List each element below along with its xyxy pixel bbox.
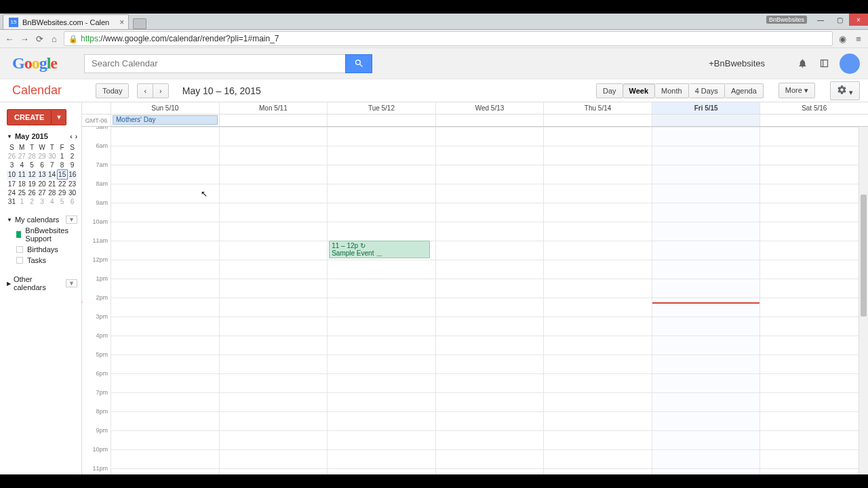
view-day[interactable]: Day: [596, 83, 623, 98]
url-input[interactable]: 🔒 https ://www.google.com/calendar/rende…: [64, 31, 833, 46]
allday-cell[interactable]: [219, 115, 328, 126]
window-minimize[interactable]: —: [811, 14, 830, 26]
more-button[interactable]: More ▾: [778, 83, 815, 98]
day-column[interactable]: [435, 127, 544, 474]
mini-cal-day[interactable]: 23: [67, 180, 77, 189]
home-icon[interactable]: ⌂: [49, 33, 60, 44]
close-icon[interactable]: ×: [119, 18, 124, 27]
mini-cal-day[interactable]: 27: [17, 152, 27, 161]
day-header[interactable]: Tue 5/12: [327, 102, 435, 114]
today-button[interactable]: Today: [96, 83, 129, 98]
view-week[interactable]: Week: [623, 83, 656, 98]
window-maximize[interactable]: ▢: [830, 14, 849, 26]
view-4days[interactable]: 4 Days: [689, 83, 725, 98]
day-column[interactable]: [652, 127, 760, 474]
day-header[interactable]: Sat 5/16: [760, 102, 868, 114]
day-column[interactable]: [219, 127, 328, 474]
mini-cal-day[interactable]: 24: [7, 188, 17, 197]
mini-cal-day[interactable]: 6: [67, 197, 77, 206]
extension-badge[interactable]: BnBwebsites: [766, 16, 807, 24]
mini-cal-day[interactable]: 30: [67, 188, 77, 197]
other-calendars-header[interactable]: ▶Other calendars▼: [7, 274, 77, 293]
share-icon[interactable]: [818, 58, 830, 70]
day-column[interactable]: [111, 127, 219, 474]
my-calendars-header[interactable]: ▼My calendars▼: [7, 214, 77, 225]
mini-cal-day[interactable]: 2: [27, 197, 37, 206]
mini-cal-day[interactable]: 25: [17, 188, 27, 197]
day-header[interactable]: Sun 5/10: [111, 102, 219, 114]
mini-prev-icon[interactable]: ‹: [70, 133, 72, 140]
day-header[interactable]: Thu 5/14: [543, 102, 652, 114]
chrome-menu-icon[interactable]: ≡: [853, 33, 864, 44]
mini-cal-toggle-icon[interactable]: ▼: [7, 134, 12, 140]
mini-cal-day[interactable]: 1: [17, 197, 27, 206]
mini-cal-day[interactable]: 1: [57, 152, 67, 161]
day-header[interactable]: Wed 5/13: [435, 102, 544, 114]
allday-cell[interactable]: [652, 115, 760, 126]
mini-cal-day[interactable]: 22: [57, 180, 67, 189]
settings-button[interactable]: ▾: [830, 81, 860, 100]
mini-cal-day[interactable]: 5: [27, 161, 37, 170]
next-button[interactable]: ›: [153, 83, 169, 98]
calendar-item[interactable]: Tasks: [7, 255, 77, 266]
reload-icon[interactable]: ⟳: [34, 33, 45, 44]
search-input[interactable]: [84, 54, 345, 73]
create-dropdown[interactable]: ▼: [52, 109, 66, 125]
mini-cal-day[interactable]: 21: [47, 180, 57, 189]
plus-user-link[interactable]: +BnBwebsites: [709, 58, 765, 68]
mini-cal-day[interactable]: 6: [37, 161, 47, 170]
mini-cal-day[interactable]: 5: [57, 197, 67, 206]
mini-cal-day[interactable]: 15: [57, 170, 67, 180]
mini-cal-day[interactable]: 19: [27, 180, 37, 189]
day-header[interactable]: Fri 5/15: [652, 102, 760, 114]
mini-cal-day[interactable]: 13: [37, 170, 47, 180]
avatar[interactable]: [840, 54, 860, 74]
mini-cal-day[interactable]: 28: [27, 152, 37, 161]
forward-icon[interactable]: →: [19, 33, 30, 44]
day-column[interactable]: 11 – 12p ↻Sample Event—: [327, 127, 435, 474]
view-month[interactable]: Month: [655, 83, 689, 98]
mini-cal-day[interactable]: 11: [17, 170, 27, 180]
mini-cal-day[interactable]: 29: [37, 152, 47, 161]
back-icon[interactable]: ←: [4, 33, 15, 44]
allday-event[interactable]: Mothers' Day: [113, 115, 218, 125]
prev-button[interactable]: ‹: [137, 83, 153, 98]
mini-cal-day[interactable]: 16: [67, 170, 77, 180]
mini-cal-day[interactable]: 8: [57, 161, 67, 170]
mini-cal-day[interactable]: 27: [37, 188, 47, 197]
allday-cell[interactable]: Mothers' Day: [111, 115, 219, 126]
mini-cal-day[interactable]: 2: [67, 152, 77, 161]
mini-cal-day[interactable]: 26: [7, 152, 17, 161]
day-header[interactable]: Mon 5/11: [219, 102, 328, 114]
window-close[interactable]: ×: [849, 14, 868, 26]
event-resize-handle[interactable]: —: [376, 252, 382, 258]
mini-cal-day[interactable]: 10: [7, 170, 17, 180]
mini-cal-day[interactable]: 4: [47, 197, 57, 206]
chrome-eye-icon[interactable]: ◉: [837, 33, 848, 44]
mini-cal-day[interactable]: 3: [37, 197, 47, 206]
calendar-item[interactable]: BnBwebsites Support: [7, 225, 77, 244]
mini-calendar[interactable]: SMTWTFS262728293012345678910111213141516…: [7, 143, 77, 206]
mini-cal-day[interactable]: 26: [27, 188, 37, 197]
mini-cal-day[interactable]: 28: [47, 188, 57, 197]
mini-cal-day[interactable]: 17: [7, 180, 17, 189]
allday-cell[interactable]: [435, 115, 544, 126]
allday-cell[interactable]: [543, 115, 652, 126]
notifications-icon[interactable]: [796, 58, 808, 70]
new-tab-button[interactable]: [133, 18, 146, 29]
mini-cal-day[interactable]: 20: [37, 180, 47, 189]
scrollbar-thumb[interactable]: [861, 195, 867, 317]
mini-cal-day[interactable]: 31: [7, 197, 17, 206]
mini-cal-day[interactable]: 4: [17, 161, 27, 170]
mini-cal-day[interactable]: 30: [47, 152, 57, 161]
vertical-scrollbar[interactable]: [859, 127, 868, 474]
apps-grid-icon[interactable]: [774, 58, 787, 70]
calendar-event[interactable]: 11 – 12p ↻Sample Event—: [329, 241, 430, 258]
day-column[interactable]: [760, 127, 868, 474]
allday-cell[interactable]: [760, 115, 868, 126]
mini-cal-day[interactable]: 12: [27, 170, 37, 180]
mini-cal-day[interactable]: 14: [47, 170, 57, 180]
create-button[interactable]: CREATE: [7, 109, 52, 125]
calendar-item[interactable]: Birthdays: [7, 244, 77, 255]
allday-cell[interactable]: [327, 115, 435, 126]
